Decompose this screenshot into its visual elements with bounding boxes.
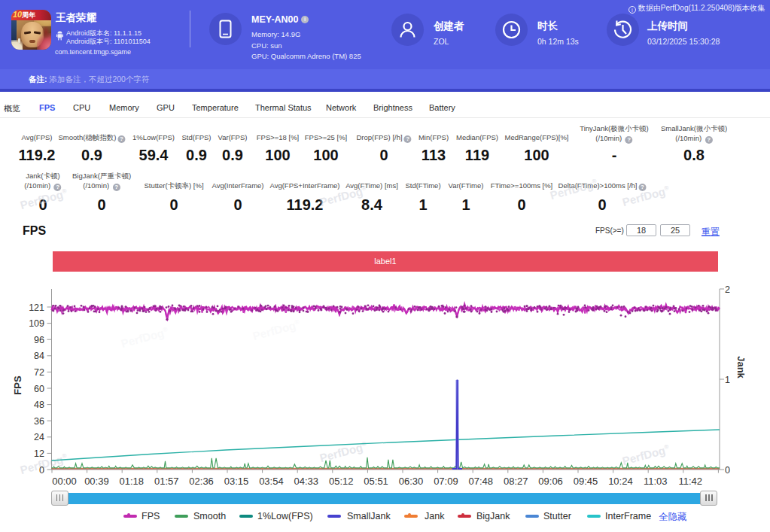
- svg-text:48: 48: [34, 400, 44, 410]
- svg-text:0: 0: [725, 465, 730, 476]
- svg-text:07:09: 07:09: [434, 476, 458, 487]
- svg-text:24: 24: [34, 432, 44, 442]
- svg-text:Jank: Jank: [735, 356, 747, 378]
- svg-text:FPS: FPS: [12, 375, 23, 395]
- svg-text:04:33: 04:33: [294, 476, 319, 487]
- svg-text:96: 96: [34, 335, 44, 345]
- svg-text:01:18: 01:18: [120, 476, 145, 487]
- svg-text:84: 84: [34, 351, 44, 361]
- svg-text:00:00: 00:00: [52, 476, 77, 487]
- svg-text:12: 12: [34, 448, 44, 459]
- svg-text:09:45: 09:45: [574, 476, 598, 487]
- svg-text:2: 2: [725, 284, 730, 295]
- svg-text:06:30: 06:30: [399, 476, 424, 487]
- svg-text:08:27: 08:27: [504, 476, 528, 487]
- svg-text:03:54: 03:54: [259, 476, 284, 487]
- svg-text:0: 0: [39, 465, 44, 476]
- svg-text:00:39: 00:39: [84, 476, 109, 487]
- svg-text:03:15: 03:15: [224, 476, 249, 487]
- svg-text:02:36: 02:36: [189, 476, 214, 487]
- svg-text:07:48: 07:48: [469, 476, 494, 487]
- svg-text:72: 72: [34, 367, 44, 378]
- svg-text:11:42: 11:42: [678, 476, 702, 487]
- svg-text:121: 121: [29, 302, 44, 313]
- svg-text:05:12: 05:12: [329, 476, 354, 487]
- svg-text:1: 1: [725, 375, 730, 385]
- svg-text:09:06: 09:06: [538, 476, 563, 487]
- svg-text:05:51: 05:51: [364, 476, 388, 487]
- svg-text:60: 60: [34, 384, 44, 394]
- svg-text:01:57: 01:57: [154, 476, 179, 487]
- svg-text:36: 36: [34, 416, 44, 427]
- svg-text:109: 109: [29, 318, 44, 329]
- svg-text:10:24: 10:24: [608, 476, 633, 487]
- svg-text:11:03: 11:03: [644, 476, 668, 487]
